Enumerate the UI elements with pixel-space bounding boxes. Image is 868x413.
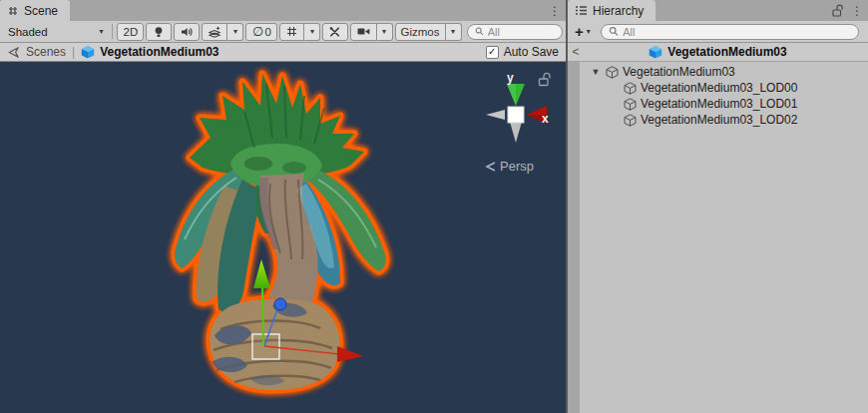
chevron-down-icon: ▾: [310, 28, 314, 36]
projection-label: Persp: [500, 159, 534, 174]
chevron-down-icon: ▾: [233, 28, 237, 36]
hierarchy-gutter: [568, 62, 580, 413]
hierarchy-menu-icon[interactable]: ⋮: [851, 5, 863, 17]
grid-icon: [285, 25, 298, 38]
scene-search-field[interactable]: [467, 24, 563, 40]
tree-model[interactable]: [175, 74, 386, 390]
tab-scene[interactable]: Scene: [0, 0, 70, 21]
breadcrumb-scenes[interactable]: Scenes: [26, 45, 66, 59]
grid-dropdown-button[interactable]: ▾: [304, 23, 320, 41]
wire-cube-icon: [624, 98, 637, 111]
wire-cube-icon: [624, 82, 637, 95]
toolbar-separator: [112, 24, 113, 39]
effects-dropdown-button[interactable]: ▾: [227, 23, 243, 41]
axis-x-label: x: [542, 112, 549, 126]
chevron-down-icon: ▾: [99, 28, 103, 36]
hierarchy-item-lod00[interactable]: VegetationMedium03_LOD00: [580, 80, 868, 96]
auto-save-control: ✓ Auto Save: [486, 45, 559, 59]
foldout-icon[interactable]: ▼: [590, 68, 602, 77]
effects-button-group: ▾: [202, 23, 243, 41]
lightbulb-icon: [152, 25, 166, 39]
hierarchy-item-label: VegetationMedium03: [623, 65, 735, 79]
projection-toggle[interactable]: Persp: [485, 159, 534, 174]
tab-hierarchy[interactable]: Hierarchy: [568, 0, 655, 21]
audio-toggle-button[interactable]: [174, 23, 200, 41]
gizmos-dropdown-button[interactable]: ▾: [446, 23, 462, 41]
hidden-count: 0: [264, 26, 270, 38]
scene-viewport[interactable]: y x Persp: [0, 62, 566, 413]
camera-dropdown-button[interactable]: ▾: [377, 23, 393, 41]
auto-save-checkbox[interactable]: ✓: [486, 46, 499, 59]
grid-visibility-button[interactable]: [279, 23, 304, 41]
scene-search-input[interactable]: [488, 26, 555, 38]
breadcrumb-current[interactable]: VegetationMedium03: [81, 45, 218, 59]
prefab-breadcrumb-bar: Scenes | VegetationMedium03 ✓ Auto Save: [0, 43, 566, 62]
prefab-cube-icon: [649, 45, 662, 59]
hierarchy-item-label: VegetationMedium03_LOD02: [641, 113, 797, 127]
hierarchy-panel: Hierarchy ⋮ + ▾: [568, 0, 868, 413]
hierarchy-list-icon: [575, 5, 588, 16]
hierarchy-tab-label: Hierarchy: [593, 4, 644, 18]
viewport-lock-icon[interactable]: [538, 72, 552, 87]
plus-icon: +: [575, 24, 584, 39]
search-icon: [475, 26, 484, 37]
scene-tab-label: Scene: [24, 4, 58, 18]
axis-cone-gray-down[interactable]: [510, 122, 522, 143]
lighting-toggle-button[interactable]: [146, 23, 172, 41]
unlocked-icon[interactable]: [832, 4, 844, 17]
effects-layers-icon: [208, 25, 221, 39]
hierarchy-item-label: VegetationMedium03_LOD00: [641, 81, 797, 95]
prefab-cube-icon: [81, 45, 95, 59]
move-gizmo-z-handle[interactable]: [274, 298, 286, 310]
hierarchy-tabbar: Hierarchy ⋮: [568, 0, 868, 21]
back-button[interactable]: <: [568, 45, 584, 59]
axis-cone-gray-left[interactable]: [486, 110, 505, 120]
shading-mode-dropdown[interactable]: Shaded ▾: [3, 23, 108, 41]
editor-tools-button[interactable]: [322, 23, 347, 41]
breadcrumb-current-label: VegetationMedium03: [100, 45, 218, 59]
hierarchy-search-field[interactable]: [601, 24, 859, 40]
prefab-isolation-header: < VegetationMedium03: [568, 43, 868, 62]
check-icon: ✓: [488, 47, 496, 57]
hierarchy-search-input[interactable]: [623, 26, 851, 38]
chevron-down-icon: ▾: [587, 28, 591, 36]
2d-label: 2D: [124, 26, 139, 38]
hierarchy-item-label: VegetationMedium03_LOD01: [641, 97, 797, 111]
tools-icon: [328, 25, 341, 39]
scene-camera-button[interactable]: [350, 23, 377, 41]
scene-visibility-button[interactable]: ∅ 0: [245, 23, 277, 41]
create-object-button[interactable]: + ▾: [571, 24, 595, 39]
effects-toggle-button[interactable]: [202, 23, 227, 41]
eye-slash-icon: ∅: [252, 24, 263, 39]
gizmos-button[interactable]: Gizmos: [395, 23, 446, 41]
isolation-title: VegetationMedium03: [568, 45, 868, 59]
auto-save-label: Auto Save: [504, 45, 559, 59]
scene-tabbar: Scene ⋮: [0, 0, 566, 21]
move-gizmo-y-arrow[interactable]: [253, 259, 270, 288]
speaker-icon: [180, 25, 194, 39]
scene-toolbar: Shaded ▾ 2D: [0, 21, 566, 43]
chevron-down-icon: ▾: [451, 28, 455, 36]
chevron-down-icon: ▾: [382, 28, 386, 36]
scene-menu-icon[interactable]: ⋮: [549, 5, 561, 17]
hierarchy-tree: ▼ VegetationMedium03 VegetationMedium03_…: [568, 62, 868, 413]
camera-button-group: ▾: [350, 23, 393, 41]
move-gizmo-x-arrow[interactable]: [337, 346, 363, 362]
persp-cone-icon: [485, 162, 497, 172]
breadcrumb-separator: |: [72, 45, 75, 59]
hierarchy-item-lod02[interactable]: VegetationMedium03_LOD02: [580, 112, 868, 128]
wire-cube-icon: [606, 66, 619, 79]
gizmos-label: Gizmos: [401, 26, 440, 38]
hierarchy-item-lod01[interactable]: VegetationMedium03_LOD01: [580, 96, 868, 112]
scene-grid-icon: [7, 5, 19, 17]
scenes-back-icon[interactable]: [7, 46, 20, 59]
shading-mode-label: Shaded: [8, 26, 48, 38]
camera-icon: [356, 25, 371, 38]
gizmos-button-group: Gizmos ▾: [395, 23, 462, 41]
axis-cube-center[interactable]: [508, 107, 524, 123]
grid-button-group: ▾: [279, 23, 320, 41]
axis-y-label: y: [507, 71, 514, 85]
hierarchy-item-root[interactable]: ▼ VegetationMedium03: [580, 64, 868, 80]
search-icon: [609, 26, 619, 37]
2d-toggle-button[interactable]: 2D: [117, 23, 144, 41]
